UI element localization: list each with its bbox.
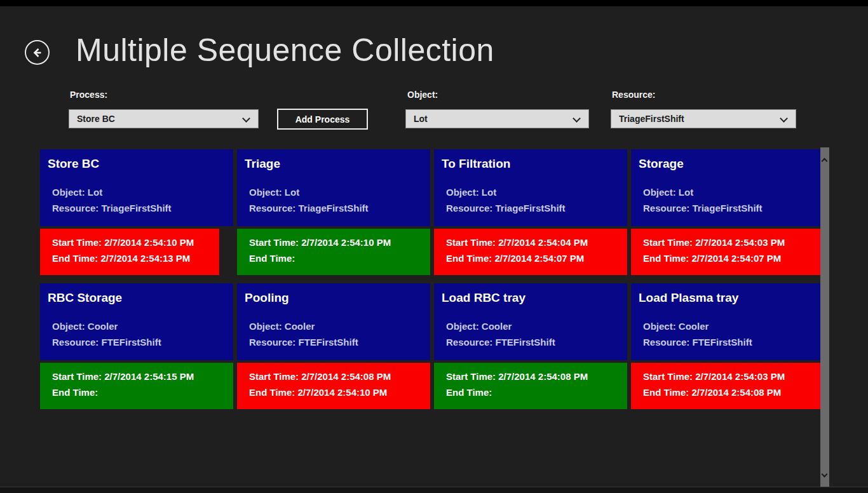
chevron-down-icon <box>242 114 250 123</box>
process-dropdown[interactable]: Store BC <box>69 109 259 128</box>
process-card-pooling[interactable]: Pooling Object: Cooler Resource: FTEFirs… <box>237 283 430 409</box>
card-title: Storage <box>631 149 824 171</box>
scroll-down-icon[interactable] <box>822 471 828 478</box>
scroll-up-icon[interactable] <box>822 158 828 165</box>
card-title: RBC Storage <box>40 283 233 305</box>
process-card-load-plasma-tray[interactable]: Load Plasma tray Object: Cooler Resource… <box>631 283 824 409</box>
start-time-line: Start Time: 2/7/2014 2:54:10 PM <box>237 234 430 250</box>
back-arrow-icon <box>31 46 44 59</box>
card-time-panel: Start Time: 2/7/2014 2:54:10 PM End Time… <box>40 229 219 275</box>
end-time-line: End Time: 2/7/2014 2:54:07 PM <box>434 250 627 266</box>
card-title: Store BC <box>40 149 233 171</box>
card-title: Load RBC tray <box>434 283 627 305</box>
card-object-line: Object: Cooler <box>40 318 233 334</box>
page-title: Multiple Sequence Collection <box>76 32 494 69</box>
end-time-line: End Time: 2/7/2014 2:54:08 PM <box>631 384 824 400</box>
card-header: Storage Object: Lot Resource: TriageFirs… <box>631 149 824 226</box>
card-resource-line: Resource: TriageFirstShift <box>631 200 824 216</box>
end-time-line: End Time: <box>237 250 430 266</box>
card-object-line: Object: Cooler <box>237 318 430 334</box>
add-process-button[interactable]: Add Process <box>277 109 368 130</box>
process-dropdown-value: Store BC <box>77 114 115 124</box>
card-time-panel: Start Time: 2/7/2014 2:54:03 PM End Time… <box>631 363 824 409</box>
process-card-load-rbc-tray[interactable]: Load RBC tray Object: Cooler Resource: F… <box>434 283 627 409</box>
process-card-triage[interactable]: Triage Object: Lot Resource: TriageFirst… <box>237 149 430 275</box>
card-time-panel: Start Time: 2/7/2014 2:54:03 PM End Time… <box>631 229 824 275</box>
card-resource-line: Resource: TriageFirstShift <box>40 200 233 216</box>
object-dropdown-value: Lot <box>414 114 428 124</box>
card-resource-line: Resource: FTEFirstShift <box>40 334 233 350</box>
resource-label: Resource: <box>612 90 655 100</box>
chevron-down-icon <box>780 114 788 123</box>
back-button[interactable] <box>25 40 50 65</box>
end-time-line: End Time: <box>40 384 233 400</box>
card-time-panel: Start Time: 2/7/2014 2:54:08 PM End Time… <box>237 363 430 409</box>
process-card-rbc-storage[interactable]: RBC Storage Object: Cooler Resource: FTE… <box>40 283 233 409</box>
start-time-line: Start Time: 2/7/2014 2:54:03 PM <box>631 234 824 250</box>
card-object-line: Object: Cooler <box>631 318 824 334</box>
process-label: Process: <box>70 90 107 100</box>
card-object-line: Object: Lot <box>40 184 233 200</box>
start-time-line: Start Time: 2/7/2014 2:54:10 PM <box>40 234 219 250</box>
vertical-scrollbar[interactable] <box>820 147 829 488</box>
card-resource-line: Resource: FTEFirstShift <box>237 334 430 350</box>
end-time-line: End Time: 2/7/2014 2:54:10 PM <box>237 384 430 400</box>
card-resource-line: Resource: FTEFirstShift <box>434 334 627 350</box>
card-object-line: Object: Cooler <box>434 318 627 334</box>
resource-dropdown-value: TriageFirstShift <box>619 114 684 124</box>
card-header: Store BC Object: Lot Resource: TriageFir… <box>40 149 233 226</box>
process-card-to-filtration[interactable]: To Filtration Object: Lot Resource: Tria… <box>434 149 627 275</box>
card-resource-line: Resource: FTEFirstShift <box>631 334 824 350</box>
card-object-line: Object: Lot <box>237 184 430 200</box>
card-time-panel: Start Time: 2/7/2014 2:54:15 PM End Time… <box>40 363 233 409</box>
card-title: Pooling <box>237 283 430 305</box>
start-time-line: Start Time: 2/7/2014 2:54:08 PM <box>237 368 430 384</box>
end-time-line: End Time: <box>434 384 627 400</box>
card-time-panel: Start Time: 2/7/2014 2:54:04 PM End Time… <box>434 229 627 275</box>
card-title: Triage <box>237 149 430 171</box>
chevron-down-icon <box>573 114 581 123</box>
start-time-line: Start Time: 2/7/2014 2:54:04 PM <box>434 234 627 250</box>
card-header: To Filtration Object: Lot Resource: Tria… <box>434 149 627 226</box>
card-resource-line: Resource: TriageFirstShift <box>237 200 430 216</box>
end-time-line: End Time: 2/7/2014 2:54:07 PM <box>631 250 824 266</box>
object-label: Object: <box>407 90 438 100</box>
card-time-panel: Start Time: 2/7/2014 2:54:10 PM End Time… <box>237 229 430 275</box>
start-time-line: Start Time: 2/7/2014 2:54:03 PM <box>631 368 824 384</box>
card-title: To Filtration <box>434 149 627 171</box>
bottom-edge <box>0 487 868 493</box>
card-header: Load RBC tray Object: Cooler Resource: F… <box>434 283 627 360</box>
start-time-line: Start Time: 2/7/2014 2:54:15 PM <box>40 368 233 384</box>
resource-dropdown[interactable]: TriageFirstShift <box>611 109 796 128</box>
window-top-bar <box>0 0 868 6</box>
card-object-line: Object: Lot <box>434 184 627 200</box>
card-time-panel: Start Time: 2/7/2014 2:54:08 PM End Time… <box>434 363 627 409</box>
card-object-line: Object: Lot <box>631 184 824 200</box>
card-header: Load Plasma tray Object: Cooler Resource… <box>631 283 824 360</box>
card-title: Load Plasma tray <box>631 283 824 305</box>
process-card-store-bc[interactable]: Store BC Object: Lot Resource: TriageFir… <box>40 149 233 275</box>
process-card-storage[interactable]: Storage Object: Lot Resource: TriageFirs… <box>631 149 824 275</box>
start-time-line: Start Time: 2/7/2014 2:54:08 PM <box>434 368 627 384</box>
card-header: Pooling Object: Cooler Resource: FTEFirs… <box>237 283 430 360</box>
card-resource-line: Resource: TriageFirstShift <box>434 200 627 216</box>
object-dropdown[interactable]: Lot <box>405 109 589 128</box>
card-header: Triage Object: Lot Resource: TriageFirst… <box>237 149 430 226</box>
card-header: RBC Storage Object: Cooler Resource: FTE… <box>40 283 233 360</box>
end-time-line: End Time: 2/7/2014 2:54:13 PM <box>40 250 219 266</box>
